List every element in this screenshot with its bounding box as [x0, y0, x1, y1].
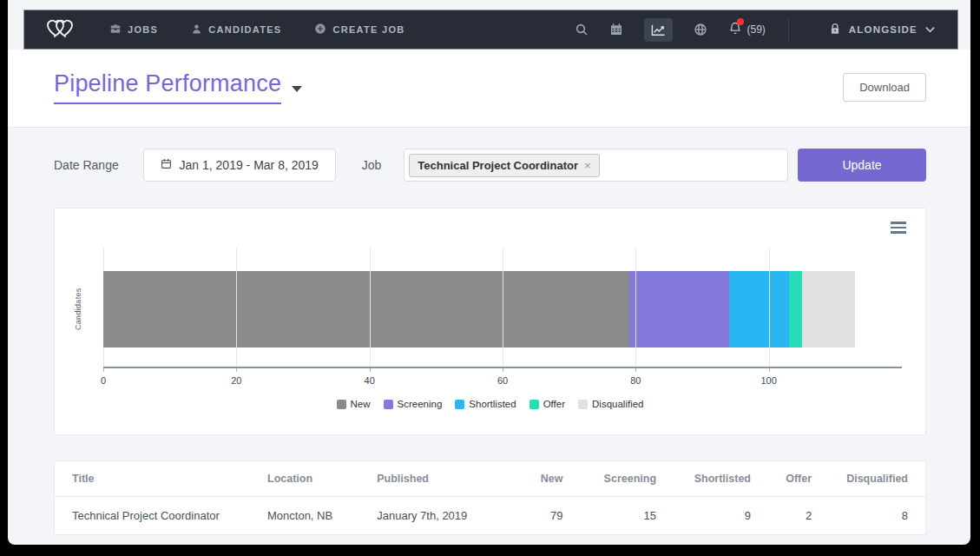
x-axis-line [103, 367, 902, 368]
x-axis-tick [370, 368, 371, 372]
screenshot-frame: JOBS CANDIDATES CR [0, 0, 980, 556]
x-tick-label: 80 [630, 375, 641, 386]
notifications-button[interactable]: (59) [728, 21, 765, 39]
app-page: JOBS CANDIDATES CR [8, 0, 970, 545]
gridline-overlay [370, 271, 371, 348]
navbar-right: (59) ALONGSIDE [575, 18, 957, 42]
date-range-label: Date Range [54, 158, 119, 172]
calendar-icon[interactable] [609, 23, 623, 36]
legend-item-offer[interactable]: Offer [529, 399, 565, 409]
pipeline-table-card: Title Location Published New Screening S… [54, 460, 926, 535]
page-title: Pipeline Performance [54, 70, 281, 104]
legend-label: Offer [543, 399, 565, 409]
job-label: Job [362, 158, 382, 172]
nav-item-candidates[interactable]: CANDIDATES [191, 23, 281, 36]
nav-item-label: JOBS [128, 24, 158, 35]
pipeline-chart-card: Candidates 020406080100 NewScreeningShor… [54, 208, 926, 435]
navbar-divider [788, 18, 789, 42]
cell-disqualified: 8 [829, 497, 925, 535]
bar-segment-new[interactable] [103, 271, 629, 348]
cell-screening: 15 [580, 497, 674, 535]
report-selector[interactable]: Pipeline Performance [54, 70, 302, 104]
notification-count: (59) [747, 23, 765, 36]
col-header-screening: Screening [580, 461, 674, 497]
hearts-logo-icon [43, 15, 76, 44]
gridline-overlay [236, 271, 237, 348]
x-axis-tick [236, 368, 237, 372]
nav-item-label: CANDIDATES [208, 24, 281, 35]
chart-legend: NewScreeningShortlistedOfferDisqualified [55, 399, 925, 409]
notification-dot [737, 18, 744, 25]
download-button[interactable]: Download [843, 73, 926, 102]
x-tick-label: 40 [365, 375, 375, 386]
bar-segment-disqualified[interactable] [802, 271, 855, 348]
col-header-published: Published [359, 461, 514, 497]
legend-swatch-icon [337, 400, 346, 409]
nav-item-label: CREATE JOB [332, 24, 404, 35]
account-dropdown[interactable]: ALONGSIDE [812, 23, 954, 37]
search-icon[interactable] [575, 23, 589, 36]
calendar-small-icon [161, 158, 172, 172]
update-button[interactable]: Update [798, 149, 926, 182]
col-header-title: Title [55, 461, 250, 497]
account-label: ALONGSIDE [849, 24, 918, 35]
table-row: Technical Project Coordinator Moncton, N… [55, 497, 925, 535]
x-axis-tick [635, 368, 636, 372]
gridline-overlay [769, 271, 770, 348]
plus-circle-icon [314, 23, 326, 36]
col-header-shortlisted: Shortlisted [674, 461, 768, 497]
job-tag[interactable]: Technical Project Coordinator × [409, 154, 599, 177]
top-navbar: JOBS CANDIDATES CR [23, 10, 958, 50]
nav-item-create-job[interactable]: CREATE JOB [314, 23, 404, 36]
line-chart-icon[interactable] [644, 18, 673, 42]
cell-title: Technical Project Coordinator [55, 497, 250, 535]
close-icon[interactable]: × [584, 160, 591, 171]
legend-swatch-icon [529, 400, 539, 409]
lock-icon [829, 23, 841, 37]
legend-swatch-icon [578, 400, 588, 409]
job-select-input[interactable]: Technical Project Coordinator × [404, 149, 788, 182]
nav-item-jobs[interactable]: JOBS [109, 23, 158, 36]
navbar-left: JOBS CANDIDATES CR [24, 15, 575, 44]
legend-label: Shortlisted [469, 399, 516, 409]
legend-item-screening[interactable]: Screening [384, 399, 443, 409]
gridline-overlay [503, 271, 503, 348]
col-header-new: New [514, 461, 580, 497]
filter-bar: Date Range Jan 1, 2019 - Mar 8, 2019 Job… [8, 128, 970, 182]
x-axis-tick [103, 368, 104, 372]
date-range-value: Jan 1, 2019 - Mar 8, 2019 [180, 158, 319, 172]
legend-item-shortlisted[interactable]: Shortlisted [455, 399, 516, 409]
x-axis-tick [769, 368, 770, 372]
legend-label: New [351, 399, 371, 409]
x-tick-label: 60 [497, 375, 508, 386]
cell-location: Moncton, NB [250, 497, 359, 535]
bar-segment-screening[interactable] [629, 271, 729, 348]
globe-icon[interactable] [694, 23, 707, 36]
col-header-location: Location [250, 461, 359, 497]
gridline-overlay [635, 271, 636, 348]
legend-item-disqualified[interactable]: Disqualified [578, 399, 643, 409]
y-axis-label: Candidates [74, 271, 86, 348]
legend-label: Disqualified [592, 399, 643, 409]
col-header-disqualified: Disqualified [829, 461, 925, 497]
cell-offer: 2 [768, 497, 829, 535]
legend-swatch-icon [455, 400, 464, 409]
x-tick-label: 100 [760, 375, 776, 386]
legend-item-new[interactable]: New [337, 399, 371, 409]
x-tick-label: 0 [101, 375, 106, 386]
brand-logo[interactable] [43, 15, 76, 44]
caret-down-icon [292, 86, 302, 92]
cell-new: 79 [514, 497, 580, 535]
title-band: Pipeline Performance Download [8, 50, 970, 128]
cell-published: January 7th, 2019 [359, 497, 514, 535]
legend-label: Screening [398, 399, 443, 409]
table-header-row: Title Location Published New Screening S… [55, 461, 925, 497]
bar-segment-offer[interactable] [789, 271, 802, 348]
chart-menu-icon[interactable] [891, 222, 906, 236]
date-range-input[interactable]: Jan 1, 2019 - Mar 8, 2019 [143, 149, 336, 182]
cell-shortlisted: 9 [674, 497, 768, 535]
pipeline-table: Title Location Published New Screening S… [55, 461, 925, 534]
col-header-offer: Offer [768, 461, 829, 497]
briefcase-icon [109, 23, 122, 36]
bar-segment-shortlisted[interactable] [729, 271, 789, 348]
